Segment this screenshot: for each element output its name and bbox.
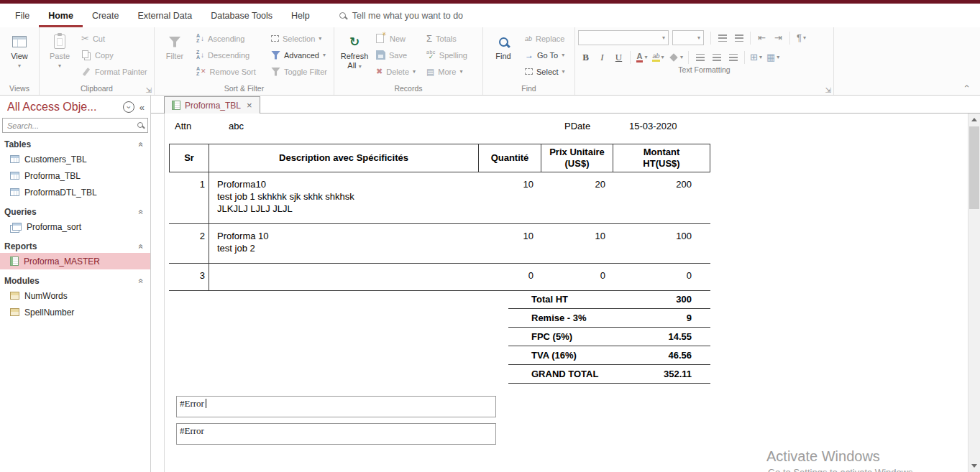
descending-button[interactable]: ZA↓ Descending	[193, 47, 267, 63]
font-color-button[interactable]: A▾	[634, 50, 649, 65]
ribbon-group-find: Find ab Replace → Go To ▾ Select ▾	[483, 27, 575, 95]
text-direction-button[interactable]: ¶▾	[794, 30, 809, 45]
ribbon-spacer	[834, 27, 980, 95]
numbering-button[interactable]	[731, 30, 746, 45]
sidebar-item-proforma-tbl[interactable]: Proforma_TBL	[0, 167, 150, 184]
totals-sigma-icon: Σ	[426, 34, 432, 43]
dialog-launcher-icon[interactable]: ⇲	[825, 86, 831, 94]
attn-label: Attn	[175, 121, 191, 131]
tab-create[interactable]: Create	[83, 4, 129, 27]
save-record-button[interactable]: Save	[372, 47, 423, 63]
totals-button[interactable]: Σ Totals	[423, 30, 479, 47]
activate-windows-watermark: Activate Windows	[766, 448, 880, 465]
error-textbox-2[interactable]: #Error	[176, 423, 496, 445]
increase-indent-button[interactable]: ⇥	[771, 30, 786, 45]
delete-record-button[interactable]: ✖ Delete ▾	[372, 63, 423, 80]
tab-proforma-tbl-document[interactable]: Proforma_TBL ×	[164, 96, 260, 114]
sidebar-item-spellnumber[interactable]: SpellNumber	[0, 304, 150, 320]
tab-file[interactable]: File	[6, 4, 39, 27]
dialog-launcher-icon[interactable]: ⇲	[146, 86, 152, 94]
tab-help[interactable]: Help	[282, 4, 319, 27]
more-button[interactable]: ▤ More ▾	[423, 63, 479, 80]
sidebar-section-reports[interactable]: Reports «	[0, 239, 150, 253]
new-record-button[interactable]: ✳ New	[372, 30, 423, 47]
sidebar-item-numwords[interactable]: NumWords	[0, 287, 150, 304]
format-painter-button[interactable]: Format Painter	[78, 63, 151, 80]
fill-color-icon	[669, 53, 677, 61]
select-button[interactable]: Select ▾	[521, 63, 572, 80]
toggle-filter-button[interactable]: Toggle Filter	[267, 63, 334, 80]
report-icon	[10, 256, 19, 266]
filter-button[interactable]: Filter	[157, 29, 193, 82]
selection-icon	[271, 35, 279, 42]
find-icon	[499, 37, 508, 47]
background-color-button[interactable]: ▾	[667, 50, 684, 65]
replace-button[interactable]: ab Replace	[521, 30, 572, 47]
find-button[interactable]: Find	[485, 29, 521, 82]
alternate-row-color-button[interactable]: ▦▾	[765, 50, 781, 65]
text-cursor	[206, 399, 206, 408]
table-icon	[10, 155, 19, 163]
close-tab-icon[interactable]: ×	[247, 101, 252, 110]
font-size-combo[interactable]: ▾	[672, 30, 704, 45]
nav-search-input[interactable]	[2, 118, 148, 133]
chevron-up-icon: ‹	[963, 85, 971, 88]
bold-icon: B	[582, 52, 589, 63]
bold-button[interactable]: B	[578, 50, 593, 65]
separator	[710, 32, 711, 45]
scroll-down-button[interactable]	[968, 460, 980, 472]
align-right-button[interactable]	[725, 50, 741, 65]
advanced-button[interactable]: Advanced ▾	[267, 47, 334, 63]
italic-button[interactable]: I	[595, 50, 610, 65]
chevron-down-icon: ‹	[124, 106, 132, 108]
sidebar-item-customers-tbl[interactable]: Customers_TBL	[0, 151, 150, 167]
decrease-indent-button[interactable]: ⇤	[754, 30, 769, 45]
remove-sort-button[interactable]: AZ✕ Remove Sort	[193, 63, 267, 80]
view-button[interactable]: View ▾	[1, 29, 37, 82]
caret-down-icon: ▾	[58, 63, 61, 69]
align-center-button[interactable]	[709, 50, 724, 65]
tab-database-tools[interactable]: Database Tools	[201, 4, 282, 27]
gridlines-button[interactable]: ⊞▾	[748, 50, 764, 65]
report-icon	[172, 101, 180, 110]
font-family-combo[interactable]: ▾	[578, 30, 669, 45]
copy-button[interactable]: Copy	[78, 47, 151, 63]
tell-me-box[interactable]: Tell me what you want to do	[339, 11, 463, 21]
refresh-all-button[interactable]: ↻ Refresh All ▾	[336, 29, 372, 82]
sidebar-item-proformadtl-tbl[interactable]: ProformaDTL_TBL	[0, 184, 150, 200]
tab-external-data[interactable]: External Data	[128, 4, 201, 27]
scroll-up-button[interactable]	[968, 114, 980, 126]
align-left-button[interactable]	[692, 50, 707, 65]
bullets-button[interactable]	[715, 30, 730, 45]
col-header-quantity: Quantité	[478, 144, 541, 172]
nav-menu-button[interactable]: ‹	[123, 101, 134, 113]
table-icon	[10, 188, 19, 196]
replace-icon: ab	[525, 35, 532, 42]
collapse-ribbon-button[interactable]: ‹	[966, 81, 968, 91]
decrease-indent-icon: ⇤	[758, 33, 766, 42]
paste-button[interactable]: Paste ▾	[42, 29, 78, 82]
cut-button[interactable]: ✂ Cut	[78, 30, 151, 47]
ascending-button[interactable]: AZ↓ Ascending	[193, 30, 267, 47]
pdate-value: 15-03-2020	[629, 121, 677, 131]
sidebar-item-proforma-master[interactable]: Proforma_MASTER	[0, 253, 150, 269]
sidebar-section-tables[interactable]: Tables «	[0, 136, 150, 151]
error-textbox-1[interactable]: #Error	[176, 396, 496, 417]
caret-down-icon: ▾	[777, 54, 779, 60]
tab-home[interactable]: Home	[39, 4, 83, 27]
spelling-button[interactable]: abc✓ Spelling	[423, 47, 479, 63]
sidebar-section-queries[interactable]: Queries «	[0, 204, 150, 218]
underline-button[interactable]: U	[611, 50, 626, 65]
collapse-section-icon: «	[137, 244, 146, 249]
go-to-button[interactable]: → Go To ▾	[521, 47, 572, 63]
sidebar-item-proforma-sort[interactable]: Proforma_sort	[0, 218, 150, 235]
shutter-bar-button[interactable]: «	[139, 102, 145, 113]
ribbon-group-records: ↻ Refresh All ▾ ✳ New Save ✖ Delete ▾	[334, 27, 483, 95]
caret-down-icon: ▾	[319, 35, 321, 42]
selection-button[interactable]: Selection ▾	[267, 30, 334, 47]
sidebar-section-modules[interactable]: Modules «	[0, 273, 150, 287]
caret-down-icon: ▾	[18, 63, 21, 69]
vertical-scrollbar[interactable]	[968, 114, 980, 472]
scrollbar-thumb[interactable]	[969, 126, 979, 209]
highlight-color-button[interactable]: ab▾	[651, 50, 666, 65]
